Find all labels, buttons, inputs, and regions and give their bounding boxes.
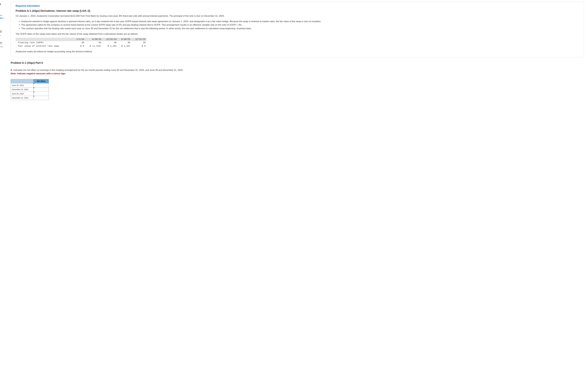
row-label: Floating rate (SOFR) — [16, 41, 73, 44]
answer-row-label: December 31, 2024 — [11, 87, 34, 92]
answer-row-label: June 30, 2024 — [11, 83, 34, 87]
required-info-heading: Required information — [16, 4, 579, 8]
answer-row: June 30, 2025 — [11, 92, 49, 96]
question-body: Calculate the net effect on earnings of … — [13, 69, 183, 71]
answer-row-label: June 30, 2025 — [11, 92, 34, 96]
answer-corner-header — [11, 79, 34, 83]
net-effect-input[interactable] — [34, 96, 49, 100]
net-effect-input[interactable] — [34, 84, 49, 87]
input-marker-icon — [34, 87, 35, 89]
cell: $ 1,321 — [117, 44, 131, 48]
date-header: 12/31/24 — [102, 38, 117, 41]
answer-input-cell[interactable] — [34, 87, 49, 92]
progress-bar — [0, 18, 5, 19]
row-label: Fair value of interest rate swap — [16, 44, 73, 48]
bullet-item: The contract specifies that the floating… — [21, 27, 579, 30]
main-content: Required information Problem A-1 (Algo) … — [7, 0, 588, 387]
answer-row-label: December 31, 2025 — [11, 96, 34, 100]
answer-input-cell[interactable] — [34, 83, 49, 87]
cell: 6% — [85, 41, 102, 44]
question-number: 7 — [0, 3, 7, 9]
input-marker-icon — [34, 96, 35, 97]
table-row: Fair value of interest rate swap $ 0 $ (… — [16, 44, 146, 48]
date-header: 6/30/25 — [117, 38, 131, 41]
instruction-note: Note: Indicate negative amounts with a m… — [11, 72, 584, 75]
references-icon[interactable] — [0, 42, 7, 45]
table-header-row: 1/1/24 6/30/24 12/31/24 6/30/25 12/31/25 — [16, 38, 146, 41]
bullet-item: Avalanche wanted to hedge against declin… — [21, 20, 579, 23]
cell: $ 0 — [131, 44, 146, 48]
problem-title: Problem A-1 (Algo) Derivatives; interest… — [16, 9, 579, 13]
date-header: 1/1/24 — [73, 38, 85, 41]
input-marker-icon — [34, 92, 35, 93]
date-header: 12/31/25 — [131, 38, 146, 41]
bullet-item: The agreement called for the company to … — [21, 23, 579, 27]
answer-row: December 31, 2025 — [11, 96, 49, 100]
answer-input-cell[interactable] — [34, 96, 49, 100]
question-text: 6. Calculate the net effect on earnings … — [11, 69, 584, 72]
table-row: Floating rate (SOFR) 5% 6% 4% 3% 3% — [16, 41, 146, 44]
cell: $ 1,291 — [102, 44, 117, 48]
part-title: Problem A-1 (Algo) Part 6 — [11, 61, 584, 65]
answer-table: Net effect June 30, 2024 December 31, 20… — [11, 79, 49, 100]
input-marker-icon — [34, 83, 35, 84]
references-label: ences — [0, 46, 7, 48]
answer-row: December 31, 2024 — [11, 87, 49, 92]
sofr-data-table: 1/1/24 6/30/24 12/31/24 6/30/25 12/31/25… — [16, 38, 146, 48]
cell: 3% — [131, 41, 146, 44]
hint-label: int — [0, 34, 7, 37]
question-count-label: of 4 — [0, 14, 7, 17]
table-intro: The SOFR rates on the swap reset dates a… — [16, 32, 579, 36]
problem-bullets: Avalanche wanted to hedge against declin… — [21, 20, 579, 30]
answer-col-header: Net effect — [34, 79, 49, 83]
cell: 3% — [117, 41, 131, 44]
net-effect-input[interactable] — [34, 88, 49, 91]
answer-input-cell[interactable] — [34, 92, 49, 96]
net-effect-input[interactable] — [34, 92, 49, 96]
svg-rect-3 — [0, 42, 2, 44]
question-sidebar: 7 of 4 int ences — [0, 0, 7, 387]
answer-row: June 30, 2024 — [11, 83, 49, 87]
hint-icon[interactable] — [0, 30, 7, 34]
card-footer-note: Avalanche meets all criteria for hedge a… — [16, 50, 579, 53]
question-number-inline: 6. — [11, 69, 13, 71]
problem-intro: On January 1, 2024, Avalanche Corporatio… — [16, 14, 579, 18]
required-info-card: Required information Problem A-1 (Algo) … — [11, 1, 584, 57]
cell: 4% — [102, 41, 117, 44]
cell: $ (1,734) — [85, 44, 102, 48]
cell: $ 0 — [73, 44, 85, 48]
date-header: 6/30/24 — [85, 38, 102, 41]
cell: 5% — [73, 41, 85, 44]
